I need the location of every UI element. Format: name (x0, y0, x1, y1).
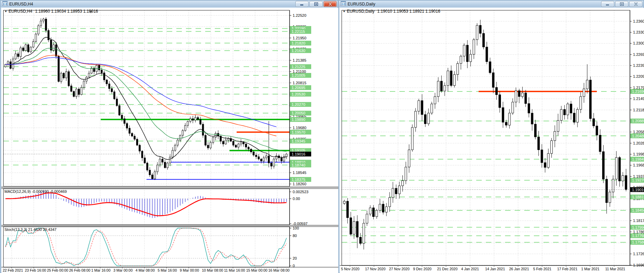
h4-header-ohlc: 1.18960 1.19034 1.18953 1.19016 (35, 9, 98, 14)
close-button[interactable] (629, 1, 642, 7)
macd-indicator-label: MACD(12,26,9) -0.000930 -0.000469 (4, 189, 67, 194)
svg-text:1.17760: 1.17760 (632, 234, 644, 238)
svg-text:1.18545: 1.18545 (293, 171, 306, 175)
svg-text:1.22095: 1.22095 (633, 74, 644, 78)
svg-text:1.18740: 1.18740 (292, 163, 305, 167)
svg-text:1.21385: 1.21385 (293, 58, 306, 62)
svg-text:1.22695: 1.22695 (633, 52, 644, 57)
svg-text:1.18815: 1.18815 (632, 195, 644, 199)
svg-text:1.18375: 1.18375 (292, 177, 305, 182)
svg-text:1.23600: 1.23600 (633, 19, 644, 23)
svg-text:1.19345: 1.19345 (292, 139, 305, 143)
svg-text:20: 20 (293, 256, 297, 260)
svg-text:1.21225: 1.21225 (292, 65, 305, 69)
svg-text:1.19375: 1.19375 (633, 174, 644, 178)
svg-text:1.19570: 1.19570 (292, 130, 305, 134)
svg-text:1.21185: 1.21185 (633, 108, 644, 112)
svg-text:1.19270: 1.19270 (632, 178, 644, 182)
chevron-down-icon: ▼ (343, 10, 346, 13)
svg-text:4 Jan 2021: 4 Jan 2021 (461, 267, 479, 271)
svg-text:9 Mar 00:00: 9 Mar 00:00 (180, 268, 199, 272)
chart-window-icon (2, 1, 8, 7)
minimize-button[interactable] (295, 1, 308, 7)
h4-window-titlebar[interactable]: EURUSD,H4 (1, 1, 338, 7)
svg-text:1.23300: 1.23300 (633, 30, 644, 34)
svg-text:17 Nov 2020: 17 Nov 2020 (365, 267, 386, 271)
svg-text:10 Mar 08:00: 10 Mar 08:00 (202, 268, 223, 272)
svg-text:80: 80 (293, 234, 297, 238)
svg-text:0.002523: 0.002523 (293, 190, 308, 194)
svg-text:16 Mar 08:00: 16 Mar 08:00 (268, 268, 290, 272)
svg-text:1.17865: 1.17865 (633, 230, 644, 234)
h4-header-symbol: EURUSD,H4 (9, 9, 32, 14)
svg-text:1.19890: 1.19890 (292, 117, 305, 122)
chart-window-icon (341, 1, 346, 7)
close-button[interactable] (324, 1, 337, 7)
svg-text:1.21820: 1.21820 (292, 41, 305, 45)
svg-text:1.23000: 1.23000 (633, 41, 644, 45)
svg-text:26 Jan 2021: 26 Jan 2021 (509, 267, 529, 271)
svg-text:26 Feb 08:00: 26 Feb 08:00 (69, 268, 91, 272)
svg-text:1.20480: 1.20480 (632, 134, 644, 138)
svg-text:1.20695: 1.20695 (292, 86, 305, 90)
svg-text:1.19845: 1.19845 (632, 157, 644, 161)
h4-chart-canvas[interactable]: 1.182601.185451.188301.191101.193951.196… (1, 8, 338, 273)
minimize-button[interactable] (601, 1, 614, 7)
svg-text:1.21950: 1.21950 (293, 36, 306, 40)
svg-text:0.00: 0.00 (293, 197, 300, 201)
svg-text:1.21630: 1.21630 (292, 49, 305, 53)
svg-text:1.18450: 1.18450 (632, 208, 644, 212)
svg-text:1.20270: 1.20270 (292, 102, 305, 107)
svg-text:-0.00597: -0.00597 (293, 222, 307, 226)
svg-text:1.20815: 1.20815 (293, 81, 306, 85)
svg-text:1.19016: 1.19016 (292, 152, 305, 156)
svg-text:1.20585: 1.20585 (633, 130, 644, 134)
svg-text:5 Mar 16:00: 5 Mar 16:00 (158, 268, 177, 272)
svg-text:1.19016: 1.19016 (632, 188, 644, 192)
svg-text:1.18170: 1.18170 (633, 219, 644, 223)
svg-text:5 Nov 2020: 5 Nov 2020 (341, 267, 360, 271)
svg-text:1.16960: 1.16960 (633, 263, 644, 267)
svg-text:23 Feb 16:00: 23 Feb 16:00 (25, 268, 46, 272)
svg-text:1.19680: 1.19680 (633, 163, 644, 167)
svg-text:1.17265: 1.17265 (633, 252, 644, 256)
svg-text:27 Nov 2020: 27 Nov 2020 (389, 267, 410, 271)
svg-text:1.20280: 1.20280 (633, 141, 644, 145)
svg-text:14 Jan 2021: 14 Jan 2021 (485, 267, 505, 271)
svg-text:1.19680: 1.19680 (293, 126, 306, 130)
daily-chart-canvas[interactable]: 1.169601.172651.175651.178651.181701.184… (340, 8, 644, 273)
svg-text:22 Feb 2021: 22 Feb 2021 (3, 268, 23, 272)
svg-text:9 Dec 2020: 9 Dec 2020 (413, 267, 432, 271)
daily-chart-header: ▼EURUSD,Daily1.19010 1.19053 1.18921 1.1… (343, 9, 440, 14)
daily-window-titlebar[interactable]: EURUSD,Daily (339, 1, 643, 7)
daily-header-ohlc: 1.19010 1.19053 1.18921 1.19016 (377, 9, 441, 14)
svg-text:4 Mar 08:00: 4 Mar 08:00 (136, 268, 155, 272)
svg-text:1 Mar 16:00: 1 Mar 16:00 (91, 268, 110, 272)
window-title: EURUSD,H4 (9, 2, 294, 7)
svg-text:11 Mar 2021: 11 Mar 2021 (605, 267, 625, 271)
h4-chart-area[interactable]: 1.182601.185451.188301.191101.193951.196… (1, 8, 337, 272)
daily-chart-area[interactable]: 1.169601.172651.175651.178651.181701.184… (340, 8, 643, 272)
svg-text:100: 100 (293, 226, 299, 230)
chevron-down-icon: ▼ (4, 10, 7, 13)
svg-text:1.21005: 1.21005 (292, 73, 305, 77)
svg-text:1.20530: 1.20530 (292, 92, 305, 96)
svg-text:1.20050: 1.20050 (292, 111, 305, 115)
maximize-button[interactable] (309, 1, 323, 7)
svg-text:1.17990: 1.17990 (632, 225, 644, 229)
svg-text:1.21690: 1.21690 (632, 89, 644, 94)
daily-header-symbol: EURUSD,Daily (347, 9, 375, 14)
svg-text:15 Mar 00:00: 15 Mar 00:00 (246, 268, 268, 272)
svg-text:1.19980: 1.19980 (633, 152, 644, 156)
maximize-button[interactable] (615, 1, 628, 7)
svg-text:1.20885: 1.20885 (632, 119, 644, 123)
svg-text:1.22395: 1.22395 (633, 63, 644, 67)
mt4-workspace: { "app": {"window_buttons": ["minimize",… (0, 0, 644, 273)
svg-text:11 Mar 16:00: 11 Mar 16:00 (224, 268, 245, 272)
stoch-indicator-label: Stoch(13,3,3) 21.4830 20.4347 (4, 227, 57, 232)
chart-window-eurusd-daily: EURUSD,Daily 1.169601.172651.175651.1786… (338, 0, 644, 273)
window-title: EURUSD,Daily (348, 2, 600, 7)
svg-text:1 Mar 2021: 1 Mar 2021 (581, 267, 599, 271)
svg-text:1.22520: 1.22520 (293, 13, 306, 17)
svg-text:1.21490: 1.21490 (633, 97, 644, 101)
